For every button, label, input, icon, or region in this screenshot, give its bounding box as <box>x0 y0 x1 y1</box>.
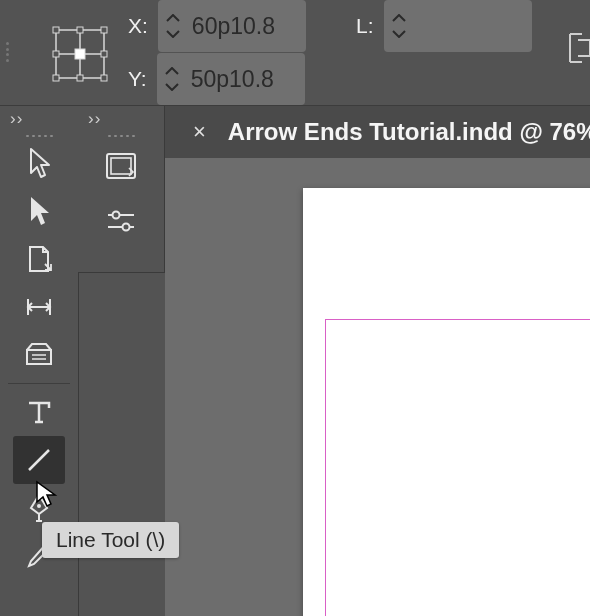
y-input[interactable] <box>187 66 305 93</box>
svg-rect-11 <box>101 75 107 81</box>
x-field[interactable] <box>158 0 306 52</box>
svg-point-19 <box>37 504 41 508</box>
content-collector-tool[interactable] <box>13 331 65 379</box>
svg-rect-7 <box>75 49 85 59</box>
secondary-panel-expander[interactable]: ›› <box>78 106 164 132</box>
page-tool[interactable] <box>13 235 65 283</box>
svg-point-25 <box>123 224 130 231</box>
svg-rect-8 <box>101 51 107 57</box>
l-label: L: <box>356 14 374 38</box>
svg-rect-3 <box>53 27 59 33</box>
line-tool[interactable] <box>13 436 65 484</box>
svg-rect-6 <box>53 51 59 57</box>
control-bar: X: Y: L: <box>0 0 590 105</box>
svg-rect-15 <box>27 350 51 364</box>
svg-rect-21 <box>111 158 131 174</box>
length-group: L: <box>356 0 532 52</box>
y-spinner[interactable] <box>157 67 187 91</box>
chevron-up-icon <box>166 14 180 22</box>
tool-tooltip: Line Tool (\) <box>42 522 179 558</box>
constrain-icon[interactable] <box>566 28 590 68</box>
panel-drag-grip[interactable] <box>0 132 78 139</box>
gap-tool[interactable] <box>13 283 65 331</box>
svg-line-18 <box>29 450 49 470</box>
x-spinner[interactable] <box>158 14 188 38</box>
x-coordinate-group: X: <box>128 0 306 52</box>
tool-separator <box>8 383 70 384</box>
l-field[interactable] <box>384 0 532 52</box>
chevron-up-icon <box>165 67 179 75</box>
document-title[interactable]: Arrow Ends Tutorial.indd @ 76% [G <box>228 118 590 146</box>
svg-point-23 <box>113 212 120 219</box>
document-tabstrip: × Arrow Ends Tutorial.indd @ 76% [G <box>165 106 590 158</box>
reference-point-widget[interactable] <box>48 22 112 86</box>
svg-rect-5 <box>101 27 107 33</box>
cc-libraries-button[interactable] <box>95 141 147 191</box>
panel-drag-grip[interactable] <box>78 132 164 139</box>
panel-grip[interactable] <box>6 42 10 62</box>
l-input[interactable] <box>414 13 532 40</box>
y-coordinate-group: Y: <box>128 53 305 105</box>
y-label: Y: <box>128 67 147 91</box>
l-spinner[interactable] <box>384 14 414 38</box>
x-label: X: <box>128 14 148 38</box>
document-area: × Arrow Ends Tutorial.indd @ 76% [G <box>165 106 590 616</box>
chevron-down-icon <box>392 30 406 38</box>
direct-selection-tool[interactable] <box>13 187 65 235</box>
selection-tool[interactable] <box>13 139 65 187</box>
margin-guide <box>325 319 590 616</box>
y-field[interactable] <box>157 53 305 105</box>
type-tool[interactable] <box>13 388 65 436</box>
svg-rect-4 <box>77 27 83 33</box>
chevron-up-icon <box>392 14 406 22</box>
canvas-pasteboard[interactable] <box>165 158 590 616</box>
chevron-down-icon <box>165 83 179 91</box>
tools-panel-expander[interactable]: ›› <box>0 106 78 132</box>
chevron-down-icon <box>166 30 180 38</box>
tab-close-button[interactable]: × <box>193 119 206 145</box>
svg-rect-9 <box>53 75 59 81</box>
properties-button[interactable] <box>95 197 147 247</box>
x-input[interactable] <box>188 13 306 40</box>
secondary-panel: ›› <box>78 106 165 273</box>
svg-rect-10 <box>77 75 83 81</box>
